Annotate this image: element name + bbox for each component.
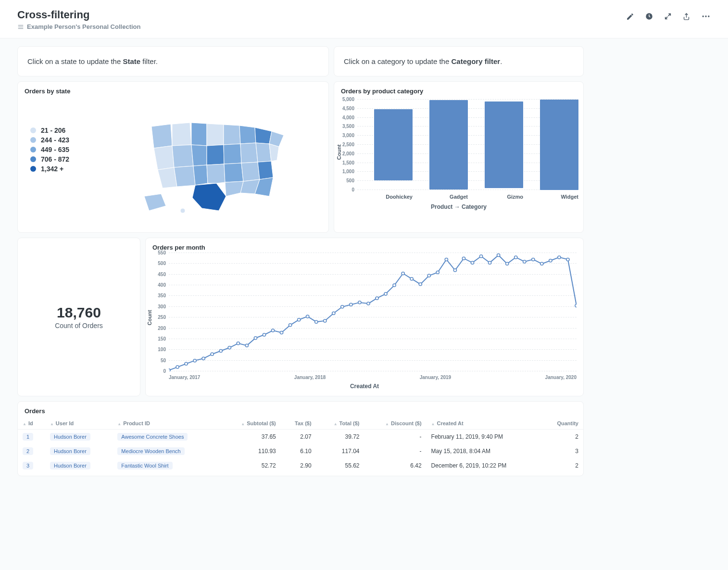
line-point[interactable]	[419, 283, 422, 286]
line-point[interactable]	[358, 301, 361, 304]
column-header[interactable]: Product ID	[113, 418, 220, 430]
line-point[interactable]	[515, 256, 517, 259]
line-point[interactable]	[315, 320, 318, 323]
line-point[interactable]	[402, 272, 404, 275]
line-point[interactable]	[453, 269, 456, 272]
cell: 2	[541, 458, 583, 473]
line-point[interactable]	[436, 271, 439, 274]
column-header[interactable]: Subtotal ($)	[221, 418, 281, 430]
legend-row[interactable]: 1,342 +	[30, 165, 100, 173]
bar-gizmo[interactable]	[485, 101, 524, 188]
legend-row[interactable]: 244 - 423	[30, 136, 100, 144]
pill[interactable]: 2	[23, 447, 33, 455]
line-point[interactable]	[523, 260, 526, 263]
line-series[interactable]	[169, 255, 577, 370]
line-point[interactable]	[376, 297, 378, 300]
column-header[interactable]: Created At	[427, 418, 541, 430]
line-point[interactable]	[427, 274, 430, 277]
line-point[interactable]	[245, 344, 248, 347]
table-row[interactable]: 2Hudson BorerMediocre Wooden Bench110.93…	[18, 444, 583, 458]
pill[interactable]: Hudson Borer	[50, 447, 90, 455]
line-point[interactable]	[280, 331, 283, 334]
line-point[interactable]	[549, 259, 552, 262]
line-point[interactable]	[228, 346, 231, 349]
hint-text: Click on a state to update the	[27, 57, 123, 65]
line-point[interactable]	[202, 357, 205, 360]
line-point[interactable]	[254, 337, 257, 340]
line-point[interactable]	[341, 305, 344, 308]
line-point[interactable]	[237, 342, 239, 345]
line-point[interactable]	[298, 318, 301, 321]
table-row[interactable]: 3Hudson BorerFantastic Wool Shirt52.722.…	[18, 458, 583, 473]
line-point[interactable]	[566, 258, 569, 261]
fullscreen-icon[interactable]	[664, 13, 672, 20]
line-point[interactable]	[558, 256, 561, 259]
x-tick: Gizmo	[507, 194, 523, 200]
line-point[interactable]	[540, 262, 543, 265]
line-point[interactable]	[289, 324, 291, 327]
line-point[interactable]	[367, 302, 370, 305]
count-of-orders-card[interactable]: 18,760 Count of Orders	[17, 238, 140, 396]
cell: 55.62	[316, 458, 364, 473]
line-point[interactable]	[193, 359, 196, 362]
line-point[interactable]	[185, 362, 188, 365]
line-point[interactable]	[263, 333, 265, 336]
line-point[interactable]	[384, 292, 387, 295]
pill[interactable]: 3	[23, 462, 33, 469]
svg-point-1	[703, 15, 704, 17]
line-point[interactable]	[350, 303, 352, 306]
line-point[interactable]	[575, 304, 577, 307]
hint-text: .	[500, 57, 502, 65]
bar-doohickey[interactable]	[374, 109, 413, 181]
line-point[interactable]	[479, 255, 482, 258]
cell: February 11, 2019, 9:40 PM	[427, 430, 541, 444]
legend-label: 449 - 635	[41, 146, 69, 153]
line-point[interactable]	[471, 261, 474, 264]
pencil-icon[interactable]	[626, 13, 634, 21]
map-legend: 21 - 206244 - 423449 - 635706 - 8721,342…	[18, 98, 104, 232]
legend-row[interactable]: 21 - 206	[30, 127, 100, 134]
line-point[interactable]	[445, 258, 448, 261]
line-point[interactable]	[169, 369, 170, 371]
pill[interactable]: Fantastic Wool Shirt	[117, 462, 172, 469]
line-point[interactable]	[462, 257, 465, 260]
line-point[interactable]	[410, 278, 413, 280]
line-point[interactable]	[271, 329, 274, 332]
x-tick: Widget	[561, 194, 578, 200]
pill[interactable]: Awesome Concrete Shoes	[117, 433, 188, 441]
bar-widget[interactable]	[540, 100, 579, 190]
line-point[interactable]	[488, 261, 491, 264]
column-header[interactable]: Total ($)	[316, 418, 364, 430]
column-header[interactable]: Tax ($)	[281, 418, 316, 430]
column-header[interactable]: User Id	[45, 418, 113, 430]
more-icon[interactable]	[701, 12, 711, 21]
pill[interactable]: Mediocre Wooden Bench	[117, 447, 184, 455]
line-point[interactable]	[306, 315, 309, 318]
line-point[interactable]	[497, 253, 500, 256]
line-point[interactable]	[176, 366, 179, 368]
column-header[interactable]: Id	[18, 418, 45, 430]
column-header[interactable]: Quantity	[541, 418, 583, 430]
bar-gadget[interactable]	[429, 100, 468, 190]
line-point[interactable]	[532, 258, 535, 261]
line-point[interactable]	[393, 284, 396, 287]
cell: 2.07	[281, 430, 316, 444]
pill[interactable]: Hudson Borer	[50, 433, 90, 441]
breadcrumb[interactable]: Example Person's Personal Collection	[17, 23, 140, 30]
line-point[interactable]	[219, 350, 222, 353]
line-point[interactable]	[211, 353, 213, 355]
column-header[interactable]: Discount ($)	[364, 418, 427, 430]
share-icon[interactable]	[682, 13, 690, 21]
line-point[interactable]	[506, 262, 509, 265]
us-map[interactable]	[104, 98, 328, 232]
table-row[interactable]: 1Hudson BorerAwesome Concrete Shoes37.65…	[18, 430, 583, 444]
line-point[interactable]	[324, 319, 326, 322]
y-tick: 400	[152, 282, 166, 288]
page-title: Cross-filtering	[17, 9, 140, 21]
line-point[interactable]	[332, 312, 335, 315]
clock-icon[interactable]	[645, 12, 653, 21]
legend-row[interactable]: 449 - 635	[30, 146, 100, 153]
pill[interactable]: 1	[23, 433, 33, 441]
pill[interactable]: Hudson Borer	[50, 462, 90, 469]
legend-row[interactable]: 706 - 872	[30, 155, 100, 163]
